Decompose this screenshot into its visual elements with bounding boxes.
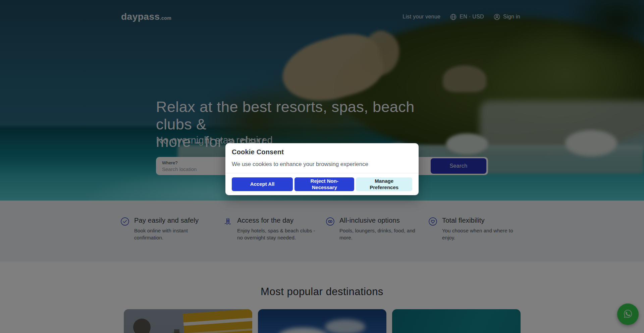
cookie-dialog-message: We use cookies to enhance your browsing … (232, 161, 412, 168)
reject-non-necessary-button[interactable]: Reject Non-Necessary (294, 177, 354, 191)
divider (225, 173, 419, 173)
cookie-consent-dialog: Cookie Consent We use cookies to enhance… (225, 143, 419, 195)
cookie-dialog-title: Cookie Consent (232, 148, 412, 156)
manage-preferences-button[interactable]: Manage Preferences (356, 177, 412, 191)
cookie-dialog-buttons: Accept All Reject Non-Necessary Manage P… (232, 177, 412, 191)
accept-all-button[interactable]: Accept All (232, 177, 293, 191)
